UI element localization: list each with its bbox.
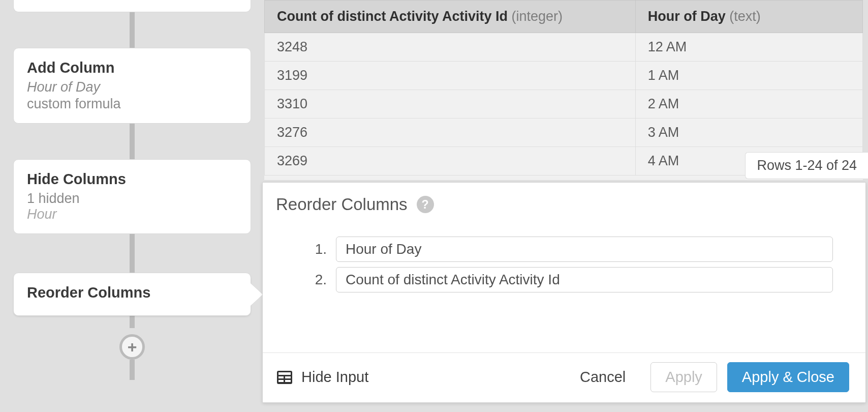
reorder-item[interactable]: Count of distinct Activity Activity Id: [336, 267, 833, 292]
panel-title-text: Reorder Columns: [276, 195, 408, 214]
table-row: 3276 3 AM: [265, 119, 863, 147]
svg-rect-5: [285, 380, 291, 382]
reorder-index: 2.: [306, 272, 327, 288]
pipeline-node-prev: [13, 0, 251, 12]
column-header[interactable]: Hour of Day (text): [635, 1, 862, 33]
rows-count-badge: Rows 1-24 of 24: [745, 152, 868, 179]
cell: 3276: [265, 119, 636, 147]
table-row: 3199 1 AM: [265, 62, 863, 90]
pointer-arrow-icon: [251, 283, 263, 306]
column-header[interactable]: Count of distinct Activity Activity Id (…: [265, 1, 636, 33]
pipeline-connector: [130, 234, 135, 273]
table-row: 3310 2 AM: [265, 90, 863, 119]
pipeline-node-reorder-columns[interactable]: Reorder Columns: [13, 273, 251, 316]
hide-input-label: Hide Input: [301, 369, 368, 386]
panel-footer: Hide Input Cancel Apply Apply & Close: [263, 352, 865, 402]
add-step-button[interactable]: +: [119, 334, 145, 360]
panel-body: Reorder Columns ? 1. Hour of Day 2. Coun…: [263, 183, 865, 352]
svg-rect-2: [278, 376, 284, 378]
pipeline-connector: [130, 360, 135, 380]
cell: 3199: [265, 62, 636, 90]
cell: 3269: [265, 147, 636, 175]
cell: 3248: [265, 33, 636, 62]
pipeline-connector: [130, 124, 135, 159]
plus-icon: +: [128, 339, 137, 355]
svg-rect-4: [278, 380, 284, 382]
cancel-button[interactable]: Cancel: [565, 362, 640, 392]
reorder-row[interactable]: 1. Hour of Day: [306, 237, 833, 262]
pipeline-connector: [130, 316, 135, 328]
svg-rect-3: [285, 376, 291, 378]
node-title: Add Column: [27, 60, 237, 76]
column-name: Count of distinct Activity Activity Id: [277, 9, 508, 24]
pipeline-connector: [130, 12, 135, 48]
column-dtype: (text): [729, 9, 761, 24]
reorder-index: 1.: [306, 241, 327, 257]
cell: 3310: [265, 90, 636, 119]
table-row: 3248 12 AM: [265, 33, 863, 62]
cell: 3 AM: [635, 119, 862, 147]
reorder-row[interactable]: 2. Count of distinct Activity Activity I…: [306, 267, 833, 292]
node-detail: Hour: [27, 207, 237, 222]
cell: 2 AM: [635, 90, 862, 119]
node-subtitle: 1 hidden: [27, 191, 237, 207]
help-icon[interactable]: ?: [417, 196, 434, 213]
reorder-item[interactable]: Hour of Day: [336, 237, 833, 262]
column-name: Hour of Day: [648, 9, 726, 24]
node-detail: custom formula: [27, 96, 237, 112]
pipeline-node-add-column[interactable]: Add Column Hour of Day custom formula: [13, 48, 251, 124]
table-icon: [277, 371, 292, 384]
panel-title: Reorder Columns ?: [276, 195, 843, 214]
node-title: Hide Columns: [27, 171, 237, 188]
reorder-columns-panel: Reorder Columns ? 1. Hour of Day 2. Coun…: [262, 182, 866, 403]
preview-table: Count of distinct Activity Activity Id (…: [264, 0, 863, 175]
svg-rect-1: [278, 372, 291, 375]
apply-button[interactable]: Apply: [650, 362, 717, 392]
cell: 1 AM: [635, 62, 862, 90]
pipeline-column: Add Column Hour of Day custom formula Hi…: [13, 0, 251, 380]
cell: 12 AM: [635, 33, 862, 62]
pipeline-node-hide-columns[interactable]: Hide Columns 1 hidden Hour: [13, 159, 251, 234]
column-dtype: (integer): [512, 9, 563, 24]
node-title: Reorder Columns: [27, 284, 237, 301]
reorder-list: 1. Hour of Day 2. Count of distinct Acti…: [306, 237, 833, 292]
apply-close-button[interactable]: Apply & Close: [727, 362, 849, 392]
node-subtitle: Hour of Day: [27, 79, 237, 95]
hide-input-toggle[interactable]: Hide Input: [277, 369, 368, 386]
